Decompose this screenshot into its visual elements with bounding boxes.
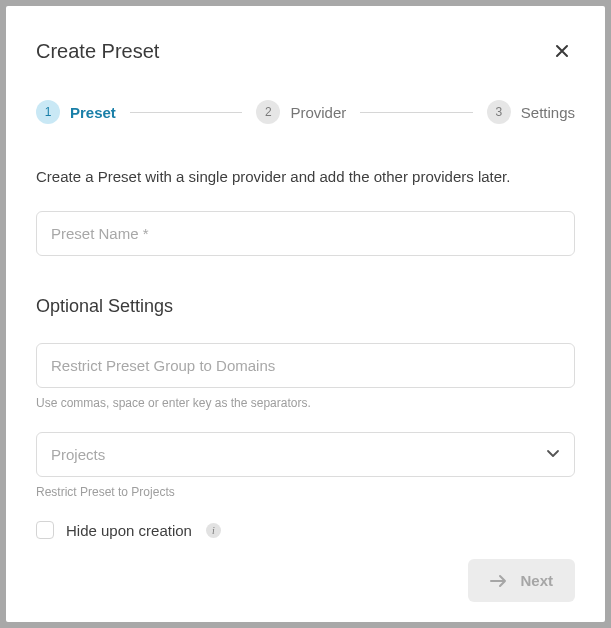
step-label: Provider: [290, 104, 346, 121]
restrict-domains-input[interactable]: [36, 343, 575, 388]
step-divider: [360, 112, 473, 113]
domains-hint: Use commas, space or enter key as the se…: [36, 396, 575, 410]
projects-hint: Restrict Preset to Projects: [36, 485, 575, 499]
arrow-right-icon: [490, 574, 508, 588]
step-number: 3: [487, 100, 511, 124]
hide-upon-creation-row: Hide upon creation i: [36, 521, 575, 539]
hide-checkbox[interactable]: [36, 521, 54, 539]
step-number: 2: [256, 100, 280, 124]
info-icon[interactable]: i: [206, 523, 221, 538]
next-button[interactable]: Next: [468, 559, 575, 602]
modal-footer: Next: [36, 539, 575, 602]
modal-header: Create Preset: [36, 38, 575, 64]
modal-title: Create Preset: [36, 40, 159, 63]
preset-name-input[interactable]: [36, 211, 575, 256]
step-number: 1: [36, 100, 60, 124]
projects-select-wrap: Projects: [36, 432, 575, 477]
stepper: 1 Preset 2 Provider 3 Settings: [36, 100, 575, 124]
step-provider[interactable]: 2 Provider: [256, 100, 346, 124]
step-divider: [130, 112, 243, 113]
step-label: Settings: [521, 104, 575, 121]
step-settings[interactable]: 3 Settings: [487, 100, 575, 124]
optional-settings-heading: Optional Settings: [36, 296, 575, 317]
hide-checkbox-label: Hide upon creation: [66, 522, 192, 539]
next-button-label: Next: [520, 572, 553, 589]
description-text: Create a Preset with a single provider a…: [36, 168, 575, 185]
projects-select[interactable]: Projects: [36, 432, 575, 477]
step-preset[interactable]: 1 Preset: [36, 100, 116, 124]
close-icon: [553, 42, 571, 60]
close-button[interactable]: [549, 38, 575, 64]
create-preset-modal: Create Preset 1 Preset 2 Provider 3 Sett…: [6, 6, 605, 622]
step-label: Preset: [70, 104, 116, 121]
